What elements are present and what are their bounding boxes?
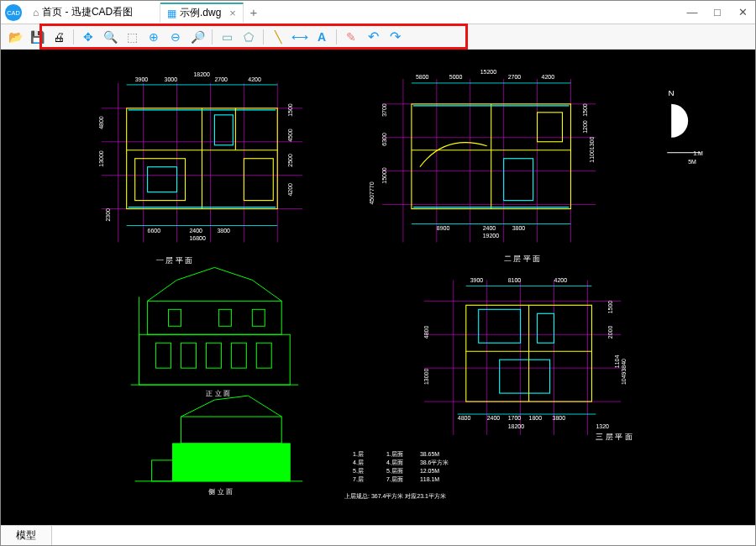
text-tool-button[interactable]: A bbox=[312, 28, 331, 46]
svg-text:13000: 13000 bbox=[423, 369, 429, 386]
svg-text:4.层面: 4.层面 bbox=[386, 459, 403, 465]
svg-text:15000: 15000 bbox=[381, 167, 387, 184]
status-bar: 模型 bbox=[1, 525, 755, 545]
svg-text:1104: 1104 bbox=[614, 355, 620, 369]
svg-text:三 层 平 面: 三 层 平 面 bbox=[596, 433, 632, 441]
measure-line-button[interactable]: ╲ bbox=[269, 28, 287, 46]
maximize-button[interactable]: □ bbox=[705, 1, 730, 24]
svg-text:2700: 2700 bbox=[214, 76, 228, 82]
svg-text:11001300: 11001300 bbox=[589, 137, 595, 163]
svg-text:7.层: 7.层 bbox=[353, 476, 364, 482]
svg-text:3800: 3800 bbox=[512, 225, 526, 231]
svg-text:6600: 6600 bbox=[148, 228, 161, 234]
window-select-icon: ⬚ bbox=[127, 30, 138, 44]
cad-viewport: N 1.M 5M 390030001820027004200 130004800… bbox=[1, 50, 755, 524]
view-2d-icon: ▭ bbox=[222, 30, 233, 44]
svg-text:3000: 3000 bbox=[165, 76, 178, 82]
measure-dim-button[interactable]: ⟷ bbox=[291, 28, 309, 46]
svg-text:正 立 面: 正 立 面 bbox=[206, 390, 229, 397]
svg-text:N: N bbox=[669, 88, 675, 97]
svg-text:1320: 1320 bbox=[596, 423, 609, 429]
svg-text:5000: 5000 bbox=[449, 74, 463, 80]
svg-text:18200: 18200 bbox=[193, 71, 210, 77]
print-button[interactable]: 🖨 bbox=[50, 28, 68, 46]
window-select-button[interactable]: ⬚ bbox=[123, 28, 141, 46]
svg-text:6300: 6300 bbox=[381, 133, 387, 146]
svg-rect-2 bbox=[1, 50, 755, 524]
zoom-prev-icon: 🔎 bbox=[191, 30, 205, 44]
svg-text:18200: 18200 bbox=[508, 423, 525, 429]
svg-text:118.1M: 118.1M bbox=[420, 476, 439, 482]
minimize-button[interactable]: — bbox=[680, 1, 705, 24]
erase-button[interactable]: ✎ bbox=[342, 28, 360, 46]
svg-text:二 层 平 面: 二 层 平 面 bbox=[504, 255, 540, 263]
svg-text:10493840: 10493840 bbox=[621, 359, 627, 385]
svg-text:16800: 16800 bbox=[189, 235, 206, 241]
svg-text:3900: 3900 bbox=[135, 76, 149, 82]
titlebar: CAD ⌂ 首页 - 迅捷CAD看图 ▦ 示例.dwg × + — □ ✕ bbox=[1, 1, 755, 24]
svg-text:5.层面: 5.层面 bbox=[386, 468, 403, 474]
zoom-in-button[interactable]: ⊕ bbox=[144, 28, 163, 46]
drawing-canvas[interactable]: N 1.M 5M 390030001820027004200 130004800… bbox=[1, 50, 755, 525]
svg-text:3700: 3700 bbox=[381, 103, 387, 117]
svg-text:3900: 3900 bbox=[470, 277, 484, 283]
svg-text:CAD: CAD bbox=[7, 8, 19, 16]
svg-text:12.05M: 12.05M bbox=[420, 468, 439, 474]
model-tab[interactable]: 模型 bbox=[1, 526, 52, 545]
svg-text:1500: 1500 bbox=[607, 301, 613, 314]
redo-icon: ↷ bbox=[390, 29, 401, 45]
view-3d-button[interactable]: ⬠ bbox=[239, 28, 258, 46]
svg-text:上层规总:   367.4平方米  对应23.1平方米: 上层规总: 367.4平方米 对应23.1平方米 bbox=[344, 493, 446, 499]
pan-button[interactable]: ✥ bbox=[79, 28, 97, 46]
svg-text:侧 立 面: 侧 立 面 bbox=[208, 488, 232, 496]
app-window: CAD ⌂ 首页 - 迅捷CAD看图 ▦ 示例.dwg × + — □ ✕ 📂 … bbox=[0, 0, 756, 546]
svg-text:2400: 2400 bbox=[189, 228, 202, 234]
pan-icon: ✥ bbox=[83, 30, 93, 44]
svg-text:4.层: 4.层 bbox=[353, 459, 364, 465]
svg-text:1500: 1500 bbox=[287, 103, 293, 117]
open-button[interactable]: 📂 bbox=[6, 28, 24, 46]
svg-text:4200: 4200 bbox=[542, 74, 555, 80]
svg-text:38.65M: 38.65M bbox=[420, 451, 439, 457]
svg-text:4200: 4200 bbox=[554, 277, 568, 283]
tab-home-label: 首页 - 迅捷CAD看图 bbox=[42, 5, 133, 19]
svg-text:8100: 8100 bbox=[508, 277, 522, 283]
svg-text:4800: 4800 bbox=[423, 326, 429, 339]
new-tab-button[interactable]: + bbox=[244, 5, 264, 19]
tab-home[interactable]: ⌂ 首页 - 迅捷CAD看图 bbox=[26, 3, 160, 23]
svg-text:5800: 5800 bbox=[416, 74, 429, 80]
svg-text:5M: 5M bbox=[688, 159, 696, 165]
svg-text:2000: 2000 bbox=[607, 326, 613, 339]
undo-icon: ↶ bbox=[368, 29, 379, 45]
measure-line-icon: ╲ bbox=[275, 30, 281, 44]
undo-button[interactable]: ↶ bbox=[364, 28, 382, 46]
svg-text:2400: 2400 bbox=[483, 225, 496, 231]
svg-text:3800: 3800 bbox=[553, 415, 566, 421]
svg-text:15200: 15200 bbox=[480, 69, 497, 75]
zoom-prev-button[interactable]: 🔎 bbox=[188, 28, 207, 46]
svg-text:一 层 平 面: 一 层 平 面 bbox=[156, 256, 192, 265]
zoom-extents-button[interactable]: 🔍 bbox=[101, 28, 119, 46]
view-3d-icon: ⬠ bbox=[244, 30, 254, 44]
svg-rect-67 bbox=[173, 444, 291, 481]
tab-file[interactable]: ▦ 示例.dwg × bbox=[160, 3, 244, 23]
svg-text:1500: 1500 bbox=[582, 103, 588, 117]
close-window-button[interactable]: ✕ bbox=[730, 1, 755, 24]
svg-text:3800: 3800 bbox=[217, 228, 230, 234]
save-icon: 💾 bbox=[30, 30, 45, 44]
view-2d-button[interactable]: ▭ bbox=[218, 28, 236, 46]
erase-icon: ✎ bbox=[346, 30, 356, 44]
folder-icon: 📂 bbox=[8, 30, 23, 44]
svg-text:19200: 19200 bbox=[483, 233, 500, 239]
svg-text:4800: 4800 bbox=[458, 415, 471, 421]
save-button[interactable]: 💾 bbox=[28, 28, 46, 46]
app-logo: CAD bbox=[1, 1, 26, 24]
svg-text:4800: 4800 bbox=[98, 116, 104, 129]
print-icon: 🖨 bbox=[53, 30, 65, 44]
svg-text:2500: 2500 bbox=[287, 154, 293, 167]
zoom-out-button[interactable]: ⊖ bbox=[166, 28, 185, 46]
redo-button[interactable]: ↷ bbox=[386, 28, 404, 46]
tab-file-label: 示例.dwg bbox=[180, 6, 221, 20]
svg-text:38.6平方米: 38.6平方米 bbox=[420, 459, 449, 465]
close-tab-icon[interactable]: × bbox=[229, 7, 236, 19]
